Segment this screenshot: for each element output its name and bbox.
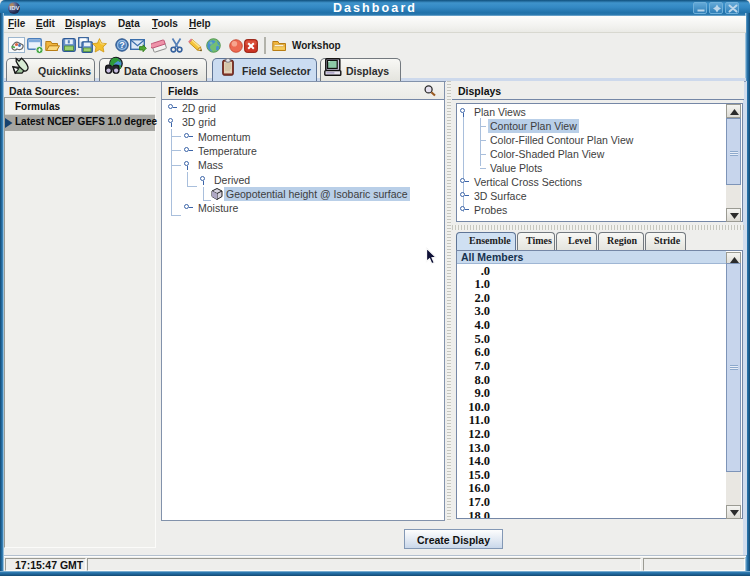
svg-text:?: ? (119, 40, 125, 50)
